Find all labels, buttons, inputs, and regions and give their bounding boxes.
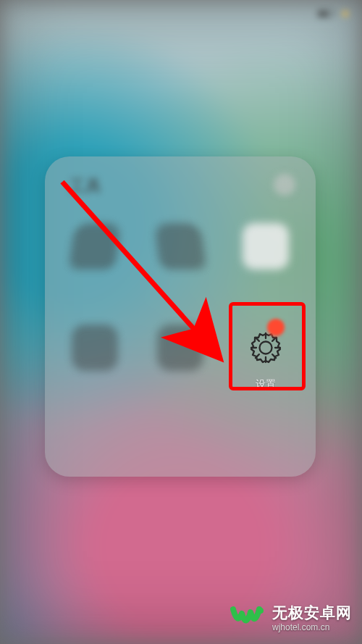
app-icon <box>154 223 207 269</box>
home-folder-panel[interactable]: 工具 <box>45 156 316 477</box>
folder-app-settings[interactable]: 设置 <box>243 325 289 426</box>
watermark-subtitle: wjhotel.com.cn <box>272 623 352 632</box>
battery-icon <box>317 9 333 18</box>
svg-point-2 <box>258 608 264 614</box>
folder-app-2[interactable] <box>243 223 289 325</box>
folder-app-4[interactable] <box>157 325 203 426</box>
folder-title: 工具 <box>70 175 101 197</box>
status-dot-icon <box>342 10 349 17</box>
folder-app-3[interactable] <box>72 325 118 426</box>
app-icon <box>243 223 289 269</box>
app-label: 设置 <box>256 378 276 391</box>
status-bar <box>0 0 362 28</box>
folder-app-0[interactable] <box>72 223 118 325</box>
svg-point-0 <box>260 342 272 354</box>
folder-app-1[interactable] <box>157 223 203 325</box>
app-icon <box>157 325 203 371</box>
watermark-title: 无极安卓网 <box>272 605 352 620</box>
notification-badge <box>267 319 285 336</box>
folder-menu-button[interactable] <box>274 174 295 196</box>
folder-app-grid: 设置 <box>52 223 308 426</box>
watermark-logo-icon <box>230 603 265 632</box>
watermark: 无极安卓网 wjhotel.com.cn <box>230 603 352 632</box>
app-icon <box>69 223 122 269</box>
app-icon <box>72 325 118 371</box>
